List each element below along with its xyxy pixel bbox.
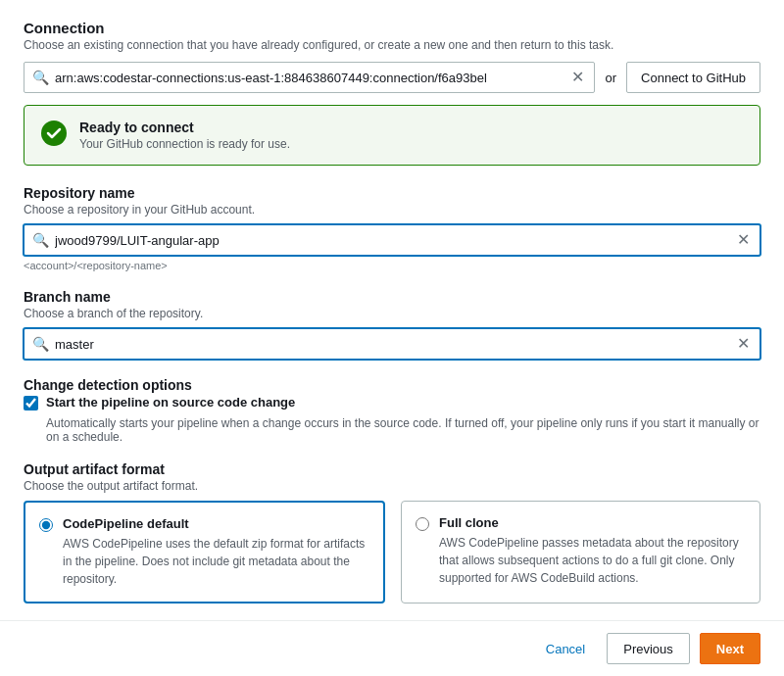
branch-clear-button[interactable]: ✕ <box>735 336 752 352</box>
artifact-card-title-fullclone: Full clone <box>439 515 746 530</box>
svg-point-0 <box>41 121 67 146</box>
connection-row: 🔍 ✕ or Connect to GitHub <box>24 62 760 93</box>
ready-banner: Ready to connect Your GitHub connection … <box>24 105 760 166</box>
artifact-section: Output artifact format Choose the output… <box>24 461 760 604</box>
artifact-radio-fullclone[interactable] <box>416 517 429 531</box>
connection-clear-button[interactable]: ✕ <box>569 70 586 85</box>
repository-sub-hint: <account>/<repository-name> <box>24 260 760 271</box>
artifact-card-content-codepipeline: CodePipeline default AWS CodePipeline us… <box>63 516 369 588</box>
repository-input[interactable] <box>55 233 735 248</box>
connection-search-icon: 🔍 <box>32 70 49 85</box>
branch-search-icon: 🔍 <box>32 336 49 352</box>
or-text: or <box>605 71 616 85</box>
connection-input[interactable] <box>55 71 569 85</box>
change-detection-row: Start the pipeline on source code change <box>24 395 760 410</box>
connection-input-wrapper: 🔍 ✕ <box>24 62 595 93</box>
repository-search-icon: 🔍 <box>32 232 49 248</box>
footer: Cancel Previous Next <box>0 620 784 676</box>
branch-input-wrapper: 🔍 ✕ <box>24 328 760 360</box>
repository-input-wrapper: 🔍 ✕ <box>24 224 760 256</box>
artifact-options: CodePipeline default AWS CodePipeline us… <box>24 501 760 604</box>
repository-clear-button[interactable]: ✕ <box>735 232 752 248</box>
ready-text: Ready to connect Your GitHub connection … <box>79 120 290 151</box>
connection-section: Connection Choose an existing connection… <box>24 20 760 166</box>
cancel-button[interactable]: Cancel <box>534 636 597 662</box>
change-detection-desc: Automatically starts your pipeline when … <box>46 416 760 444</box>
previous-button[interactable]: Previous <box>607 633 690 664</box>
branch-input[interactable] <box>55 337 735 352</box>
repository-hint: Choose a repository in your GitHub accou… <box>24 203 760 217</box>
ready-check-icon <box>40 120 68 147</box>
artifact-card-content-fullclone: Full clone AWS CodePipeline passes metad… <box>439 515 746 587</box>
connection-title: Connection <box>24 20 760 36</box>
repository-section: Repository name Choose a repository in y… <box>24 185 760 271</box>
artifact-card-title-codepipeline: CodePipeline default <box>63 516 369 531</box>
branch-hint: Choose a branch of the repository. <box>24 307 760 320</box>
next-button[interactable]: Next <box>700 633 760 664</box>
change-detection-checkbox[interactable] <box>24 396 38 410</box>
connect-to-github-button[interactable]: Connect to GitHub <box>626 62 760 93</box>
branch-section: Branch name Choose a branch of the repos… <box>24 289 760 360</box>
change-detection-title: Change detection options <box>24 377 760 393</box>
change-detection-checkbox-label: Start the pipeline on source code change <box>46 395 295 410</box>
change-detection-section: Change detection options Start the pipel… <box>24 377 760 444</box>
artifact-radio-codepipeline[interactable] <box>39 518 53 532</box>
main-content: Connection Choose an existing connection… <box>0 0 784 620</box>
branch-label: Branch name <box>24 289 760 305</box>
artifact-card-fullclone[interactable]: Full clone AWS CodePipeline passes metad… <box>401 501 760 604</box>
artifact-card-codepipeline[interactable]: CodePipeline default AWS CodePipeline us… <box>24 501 385 604</box>
connection-description: Choose an existing connection that you h… <box>24 38 760 52</box>
artifact-card-desc-codepipeline: AWS CodePipeline uses the default zip fo… <box>63 535 369 588</box>
artifact-desc: Choose the output artifact format. <box>24 479 760 493</box>
artifact-title: Output artifact format <box>24 461 760 477</box>
repository-label: Repository name <box>24 185 760 201</box>
ready-description: Your GitHub connection is ready for use. <box>79 137 290 151</box>
artifact-card-desc-fullclone: AWS CodePipeline passes metadata about t… <box>439 534 746 587</box>
ready-title: Ready to connect <box>79 120 290 135</box>
